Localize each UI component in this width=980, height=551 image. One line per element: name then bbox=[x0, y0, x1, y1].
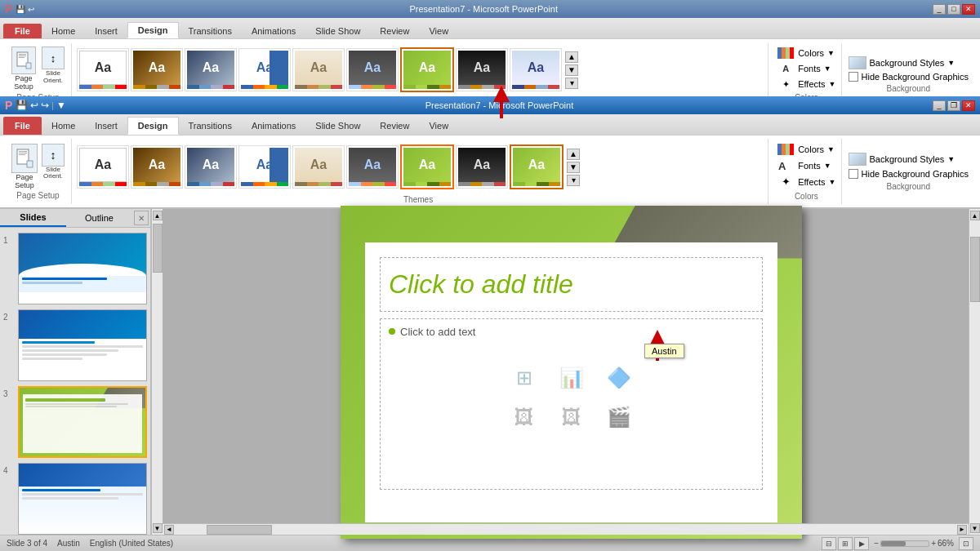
hide-bg-checkbox[interactable] bbox=[849, 169, 858, 179]
bg-styles-btn[interactable]: Background Styles ▼ bbox=[849, 153, 969, 166]
bg-file-tab[interactable]: File bbox=[3, 24, 42, 38]
bg-review-tab[interactable]: Review bbox=[370, 24, 419, 38]
slide-content-text[interactable]: Click to add text bbox=[400, 326, 476, 338]
bg-theme-8[interactable]: Aa bbox=[456, 48, 508, 91]
colors-btn[interactable]: Colors ▼ bbox=[777, 143, 835, 156]
slide-title[interactable]: Click to add title bbox=[389, 269, 573, 299]
theme-9-selected[interactable]: Aa bbox=[510, 144, 564, 189]
bg-effects-btn[interactable]: ✦ Effects ▼ bbox=[777, 78, 835, 91]
theme-3[interactable]: Aa bbox=[185, 145, 237, 189]
bg-theme-3[interactable]: Aa bbox=[185, 48, 237, 91]
bg-theme-more-btn[interactable]: ▾ bbox=[565, 78, 578, 89]
bg-orientation-btn[interactable]: ↕ SlideOrient. bbox=[42, 47, 65, 91]
slide-3-preview[interactable] bbox=[18, 386, 147, 458]
transitions-tab[interactable]: Transitions bbox=[179, 117, 242, 135]
smartart-icon[interactable]: 🔷 bbox=[604, 362, 635, 393]
effects-icon: ✦ bbox=[777, 176, 795, 189]
save-icon[interactable]: 💾 bbox=[16, 100, 28, 111]
theme-up-btn[interactable]: ▲ bbox=[567, 149, 580, 160]
bg-theme-6[interactable]: Aa bbox=[346, 48, 399, 91]
theme-2[interactable]: Aa bbox=[131, 145, 183, 189]
slide-2-preview[interactable] bbox=[18, 309, 147, 381]
bg-home-tab[interactable]: Home bbox=[42, 24, 85, 38]
right-scroll-down[interactable]: ▼ bbox=[970, 523, 980, 533]
minimize-btn[interactable]: _ bbox=[933, 100, 946, 111]
bottom-scroll-left[interactable]: ◄ bbox=[164, 525, 174, 535]
bg-theme-1[interactable]: Aa bbox=[77, 48, 129, 91]
restore-btn[interactable]: ❐ bbox=[947, 100, 960, 111]
bg-design-tab[interactable]: Design bbox=[127, 22, 179, 38]
normal-view-btn[interactable]: ⊟ bbox=[822, 537, 836, 550]
page-setup-btn[interactable]: Page Setup bbox=[11, 144, 38, 189]
bg-theme-2[interactable]: Aa bbox=[131, 48, 183, 91]
table-icon[interactable]: ⊞ bbox=[509, 362, 540, 393]
bg-theme-4[interactable]: Aa bbox=[238, 48, 291, 91]
theme-5[interactable]: Aa bbox=[292, 145, 345, 189]
bg-theme-5[interactable]: Aa bbox=[292, 48, 345, 91]
customize-icon[interactable]: ▼ bbox=[56, 100, 66, 111]
theme-down-btn[interactable]: ▼ bbox=[567, 162, 580, 173]
bg-maximize-btn[interactable]: □ bbox=[947, 4, 960, 15]
slide-title-area[interactable]: Click to add title bbox=[380, 257, 763, 312]
home-tab[interactable]: Home bbox=[42, 117, 85, 135]
slide-sorter-btn[interactable]: ⊞ bbox=[838, 537, 853, 550]
theme-more-btn[interactable]: ▾ bbox=[567, 175, 580, 186]
slide-content-area[interactable]: Click to add text ⊞ 📊 🔷 🖼 bbox=[380, 318, 763, 490]
slideshow-btn[interactable]: ▶ bbox=[854, 537, 869, 550]
right-scroll-up[interactable]: ▲ bbox=[970, 211, 980, 220]
picture-icon[interactable]: 🖼 bbox=[509, 402, 540, 433]
review-tab[interactable]: Review bbox=[370, 117, 419, 135]
insert-tab[interactable]: Insert bbox=[85, 117, 127, 135]
right-scroll-thumb[interactable] bbox=[970, 237, 980, 302]
theme-7-austin[interactable]: Aa bbox=[400, 144, 454, 189]
bg-close-btn[interactable]: ✕ bbox=[962, 4, 975, 15]
theme-4[interactable]: Aa bbox=[238, 145, 291, 189]
bg-view-tab[interactable]: View bbox=[419, 24, 458, 38]
bg-orient-icon: ↕ bbox=[42, 47, 65, 69]
outline-tab[interactable]: Outline bbox=[66, 210, 132, 226]
scroll-up-btn[interactable]: ▲ bbox=[153, 211, 163, 220]
bg-fonts-btn[interactable]: A Fonts ▼ bbox=[777, 62, 835, 75]
bg-bg-styles-btn[interactable]: Background Styles ▼ bbox=[849, 56, 969, 69]
bg-ps-label2: Setup bbox=[14, 82, 33, 91]
chart-icon[interactable]: 📊 bbox=[556, 362, 587, 393]
effects-btn[interactable]: ✦ Effects ▼ bbox=[777, 176, 835, 189]
animations-tab[interactable]: Animations bbox=[242, 117, 305, 135]
bg-colors-btn[interactable]: Colors ▼ bbox=[777, 47, 835, 60]
fonts-btn[interactable]: A Fonts ▼ bbox=[777, 159, 835, 172]
bg-theme-7[interactable]: Aa bbox=[400, 47, 454, 92]
bg-theme-down-btn[interactable]: ▼ bbox=[565, 64, 578, 76]
bottom-scroll-thumb[interactable] bbox=[207, 525, 272, 535]
bottom-scroll-right[interactable]: ► bbox=[957, 525, 967, 535]
scroll-down-btn[interactable]: ▼ bbox=[153, 523, 163, 533]
media-icon[interactable]: 🎬 bbox=[604, 402, 635, 433]
zoom-minus[interactable]: − bbox=[874, 539, 879, 548]
panel-close-btn[interactable]: ✕ bbox=[134, 211, 149, 225]
undo-icon[interactable]: ↩ bbox=[30, 100, 38, 111]
bg-theme-9[interactable]: Aa bbox=[510, 48, 562, 91]
theme-1[interactable]: Aa bbox=[77, 145, 129, 189]
design-tab[interactable]: Design bbox=[127, 117, 179, 135]
redo-icon[interactable]: ↪ bbox=[41, 100, 49, 111]
bg-hide-bg-checkbox[interactable] bbox=[849, 72, 858, 82]
clipart-icon[interactable]: 🖼 bbox=[556, 402, 587, 433]
bg-animations-tab[interactable]: Animations bbox=[242, 24, 305, 38]
view-tab[interactable]: View bbox=[419, 117, 458, 135]
bg-page-setup-btn[interactable]: Page Setup bbox=[11, 47, 36, 91]
slides-tab[interactable]: Slides bbox=[0, 209, 66, 227]
theme-6[interactable]: Aa bbox=[346, 145, 399, 189]
orientation-btn[interactable]: ↕ SlideOrient. bbox=[42, 144, 65, 189]
bg-theme-up-btn[interactable]: ▲ bbox=[565, 51, 578, 63]
slide-canvas[interactable]: Click to add title Click to add text bbox=[341, 206, 802, 539]
bg-slideshow-tab[interactable]: Slide Show bbox=[305, 24, 370, 38]
slideshow-tab[interactable]: Slide Show bbox=[305, 117, 370, 135]
bg-transitions-tab[interactable]: Transitions bbox=[179, 24, 242, 38]
theme-8[interactable]: Aa bbox=[456, 145, 508, 189]
bg-insert-tab[interactable]: Insert bbox=[85, 24, 127, 38]
zoom-plus[interactable]: + bbox=[931, 539, 936, 548]
bg-minimize-btn[interactable]: _ bbox=[933, 4, 946, 15]
file-tab[interactable]: File bbox=[3, 117, 42, 135]
scroll-thumb[interactable] bbox=[153, 224, 163, 273]
slide-4-preview[interactable] bbox=[18, 463, 147, 535]
slide-1-preview[interactable] bbox=[18, 233, 147, 304]
